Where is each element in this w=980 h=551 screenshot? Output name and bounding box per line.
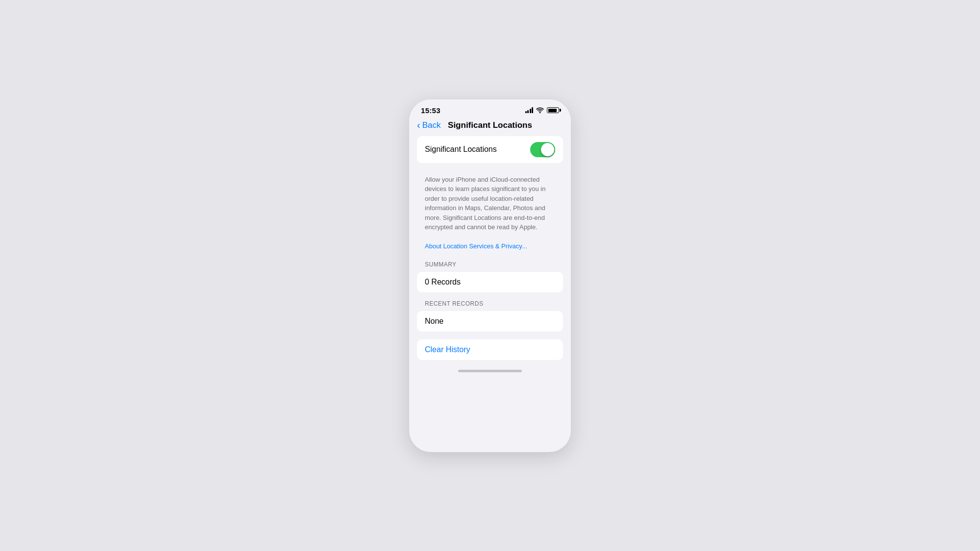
toggle-knob xyxy=(541,143,554,156)
signal-icon xyxy=(525,107,534,113)
battery-icon xyxy=(547,107,559,113)
back-chevron-icon: ‹ xyxy=(417,120,420,130)
wifi-icon xyxy=(536,107,544,113)
recent-records-section-label: RECENT RECORDS xyxy=(417,300,563,311)
home-indicator-bar xyxy=(458,370,522,372)
phone-frame: 15:53 ‹ Back xyxy=(409,99,571,452)
privacy-link[interactable]: About Location Services & Privacy... xyxy=(425,242,527,250)
recent-records-card: None xyxy=(417,311,563,332)
toggle-label: Significant Locations xyxy=(425,145,497,154)
toggle-row: Significant Locations xyxy=(417,136,563,163)
recent-records-none: None xyxy=(417,311,563,332)
description-block: Allow your iPhone and iCloud-connected d… xyxy=(417,171,563,253)
summary-card: 0 Records xyxy=(417,272,563,292)
home-indicator xyxy=(409,370,571,376)
summary-section-label: SUMMARY xyxy=(417,261,563,272)
status-icons xyxy=(525,107,560,113)
significant-locations-card: Significant Locations xyxy=(417,136,563,163)
status-time: 15:53 xyxy=(421,106,441,115)
content-area: Significant Locations Allow your iPhone … xyxy=(409,136,571,360)
back-label: Back xyxy=(422,120,441,130)
clear-history-card: Clear History xyxy=(417,339,563,360)
clear-history-button[interactable]: Clear History xyxy=(417,339,563,360)
back-button[interactable]: ‹ Back xyxy=(417,120,441,130)
description-text: Allow your iPhone and iCloud-connected d… xyxy=(425,176,545,231)
nav-bar: ‹ Back Significant Locations xyxy=(409,119,571,136)
page-title: Significant Locations xyxy=(448,120,532,130)
status-bar: 15:53 xyxy=(409,99,571,119)
records-count: 0 Records xyxy=(417,272,563,292)
significant-locations-toggle[interactable] xyxy=(530,142,555,157)
